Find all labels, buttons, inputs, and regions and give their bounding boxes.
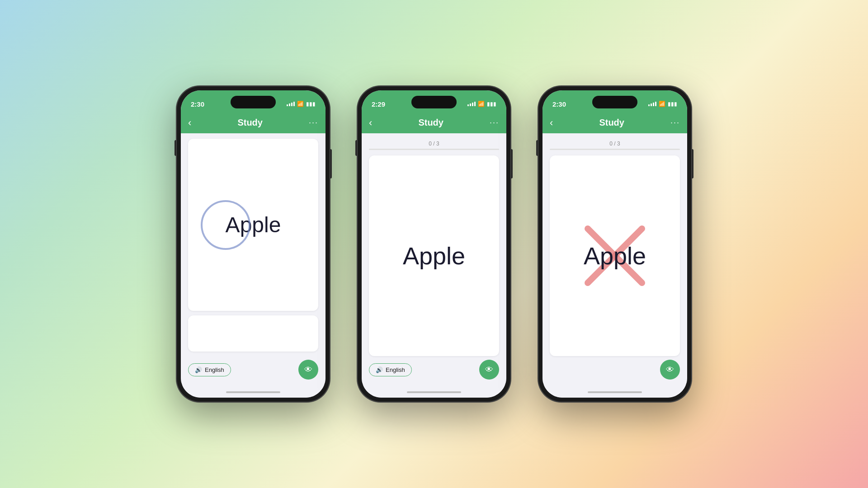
- eye-icon-2: 👁: [485, 365, 493, 375]
- time-3: 2:30: [552, 100, 566, 108]
- wifi-icon-1: 📶: [297, 101, 304, 107]
- circle-annotation-1: [201, 200, 250, 250]
- status-icons-3: 📶 ▮▮▮: [648, 101, 677, 107]
- header-title-3: Study: [599, 117, 624, 128]
- dynamic-island-2: [411, 96, 457, 108]
- speaker-icon-1: 🔊: [195, 366, 202, 373]
- phone-3: 2:30 📶 ▮▮▮ ‹ Study ··· 0 / 3: [538, 86, 692, 402]
- time-1: 2:30: [191, 100, 204, 108]
- eye-button-2[interactable]: 👁: [479, 360, 499, 380]
- wifi-icon-2: 📶: [478, 101, 485, 107]
- battery-icon-2: ▮▮▮: [487, 101, 496, 107]
- signal-icon-2: [467, 102, 476, 106]
- phone-2: 2:29 📶 ▮▮▮ ‹ Study ··· 0 / 3: [357, 86, 511, 402]
- time-2: 2:29: [372, 100, 385, 108]
- header-title-1: Study: [237, 117, 263, 128]
- status-icons-2: 📶 ▮▮▮: [467, 101, 496, 107]
- more-button-1[interactable]: ···: [309, 118, 318, 127]
- phone-1: 2:30 📶 ▮▮▮ ‹ Study ··· Apple: [176, 86, 330, 402]
- back-button-3[interactable]: ‹: [550, 118, 553, 128]
- eye-button-3[interactable]: 👁: [660, 360, 680, 380]
- progress-area-3: 0 / 3: [550, 141, 680, 150]
- content-2: 0 / 3 Apple: [362, 133, 506, 356]
- progress-bar-3: [550, 149, 680, 150]
- more-button-3[interactable]: ···: [670, 118, 680, 127]
- secondary-flashcard-1[interactable]: [188, 315, 318, 352]
- progress-text-2: 0 / 3: [429, 141, 439, 147]
- header-title-2: Study: [418, 117, 443, 128]
- home-bar-1: [226, 391, 280, 393]
- english-button-2[interactable]: 🔊 English: [369, 363, 412, 376]
- home-bar-3: [588, 391, 642, 393]
- app-header-1: ‹ Study ···: [181, 114, 326, 133]
- flashcard-word-2: Apple: [403, 242, 465, 270]
- main-flashcard-1[interactable]: Apple: [188, 139, 318, 311]
- content-3: 0 / 3 Apple: [542, 133, 687, 356]
- progress-bar-2: [369, 149, 499, 150]
- home-bar-2: [407, 391, 461, 393]
- content-1: Apple: [181, 133, 326, 356]
- back-button-1[interactable]: ‹: [188, 118, 191, 128]
- app-header-3: ‹ Study ···: [542, 114, 687, 133]
- status-icons-1: 📶 ▮▮▮: [287, 101, 316, 107]
- battery-icon-3: ▮▮▮: [668, 101, 677, 107]
- back-button-2[interactable]: ‹: [369, 118, 372, 128]
- eye-button-1[interactable]: 👁: [298, 360, 318, 380]
- wifi-icon-3: 📶: [659, 101, 665, 107]
- home-indicator-2: [362, 387, 506, 398]
- main-flashcard-3[interactable]: Apple: [550, 155, 680, 356]
- english-label-2: English: [386, 366, 405, 373]
- main-flashcard-2[interactable]: Apple: [369, 155, 499, 356]
- bottom-bar-2: 🔊 English 👁: [362, 356, 506, 387]
- battery-icon-1: ▮▮▮: [306, 101, 316, 107]
- eye-icon-3: 👁: [666, 365, 674, 375]
- progress-text-3: 0 / 3: [609, 141, 620, 147]
- flashcard-word-3: Apple: [584, 242, 646, 270]
- bottom-bar-1: 🔊 English 👁: [181, 356, 326, 387]
- more-button-2[interactable]: ···: [490, 118, 499, 127]
- english-button-1[interactable]: 🔊 English: [188, 363, 231, 376]
- progress-area-2: 0 / 3: [369, 141, 499, 150]
- home-indicator-3: [542, 387, 687, 398]
- home-indicator-1: [181, 387, 326, 398]
- bottom-bar-3: 👁: [542, 356, 687, 387]
- eye-icon-1: 👁: [304, 365, 312, 375]
- dynamic-island-3: [592, 96, 637, 108]
- dynamic-island-1: [231, 96, 276, 108]
- app-header-2: ‹ Study ···: [362, 114, 506, 133]
- signal-icon-1: [287, 102, 295, 106]
- english-label-1: English: [205, 366, 224, 373]
- signal-icon-3: [648, 102, 656, 106]
- speaker-icon-2: 🔊: [376, 366, 383, 373]
